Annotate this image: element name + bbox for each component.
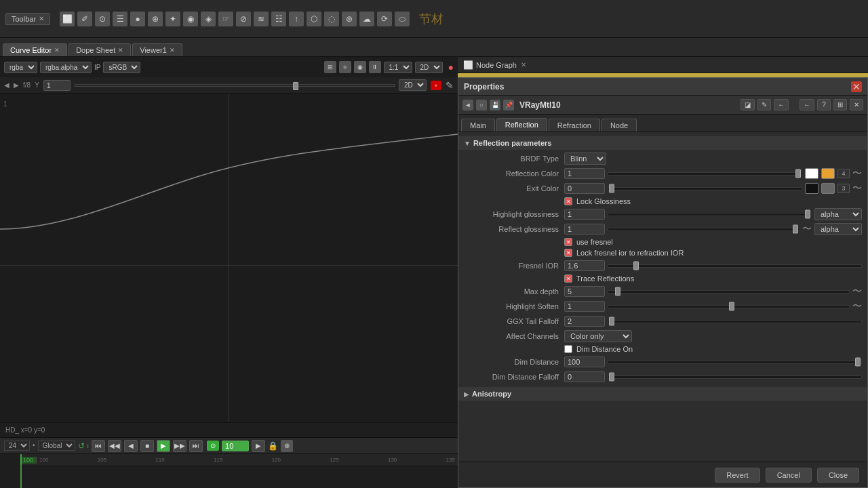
props-tool-help[interactable]: ? — [817, 99, 831, 110]
stop-btn[interactable]: ■ — [140, 440, 154, 452]
reflection-color-input[interactable] — [564, 168, 605, 179]
y-slider-track[interactable] — [75, 84, 395, 87]
toolbar-icon-18[interactable]: ☁ — [359, 12, 374, 26]
reflect-gloss-wave[interactable]: 〜 — [802, 223, 812, 235]
tab-main[interactable]: Main — [461, 119, 495, 131]
lock-fresnel-checkbox[interactable] — [564, 249, 572, 257]
reflect-gloss-alpha[interactable]: alpha — [814, 223, 862, 235]
props-tool-btn5[interactable]: ⊞ — [833, 99, 847, 110]
lock-glossiness-checkbox[interactable] — [564, 197, 572, 205]
props-tool-arrow[interactable]: ◄ — [462, 100, 473, 110]
toolbar-icon-10[interactable]: ☞ — [218, 12, 233, 26]
toolbar-icon-6[interactable]: ⊕ — [148, 12, 163, 26]
exit-color-wave[interactable]: 〜 — [852, 182, 862, 195]
vp-icon-4[interactable]: ⏸ — [369, 61, 381, 73]
ggx-tail-slider[interactable] — [608, 317, 862, 326]
exit-color-slider[interactable] — [608, 184, 802, 193]
props-tool-btn1[interactable]: ◪ — [741, 99, 755, 110]
record2-icon[interactable]: ⊕ — [281, 440, 293, 452]
toolbar-icon-2[interactable]: ✐ — [77, 12, 92, 26]
exit-color-swatch2[interactable] — [821, 183, 835, 194]
reflect-gloss-slider[interactable] — [608, 224, 800, 234]
reflection-color-slider[interactable] — [608, 169, 802, 178]
highlight-gloss-alpha[interactable]: alpha — [814, 208, 862, 220]
fresnel-ior-input[interactable] — [564, 260, 605, 271]
highlight-soften-slider[interactable] — [608, 302, 850, 311]
toolbar-icon-5[interactable]: ● — [130, 12, 145, 26]
reflect-gloss-handle[interactable] — [793, 225, 798, 234]
tab-viewer1[interactable]: Viewer1 ✕ — [132, 43, 182, 56]
fresnel-ior-slider[interactable] — [608, 261, 862, 270]
toolbar-tab[interactable]: Toolbar ✕ — [5, 13, 50, 25]
highlight-soften-handle[interactable] — [729, 302, 734, 311]
zoom-select[interactable]: 1:1 — [384, 62, 412, 73]
highlight-soften-input[interactable] — [564, 301, 605, 312]
toolbar-icon-12[interactable]: ≋ — [254, 12, 269, 26]
highlight-gloss-input[interactable] — [564, 209, 605, 220]
toolbar-close-icon[interactable]: ✕ — [39, 15, 44, 22]
cancel-button[interactable]: Cancel — [766, 468, 812, 483]
close-button[interactable]: Close — [817, 468, 859, 483]
highlight-soften-wave[interactable]: 〜 — [852, 300, 862, 312]
y-input[interactable] — [43, 80, 71, 91]
reflection-color-swatch2[interactable] — [821, 168, 835, 179]
props-tool-close2[interactable]: ✕ — [850, 99, 863, 110]
exit-color-swatch1[interactable] — [805, 183, 818, 194]
trace-reflections-checkbox[interactable] — [564, 274, 572, 283]
props-tool-save[interactable]: 💾 — [490, 100, 500, 110]
dim-distance-slider-handle[interactable] — [855, 358, 861, 367]
tab-dope-sheet-close[interactable]: ✕ — [118, 47, 123, 54]
channel-select[interactable]: rgba.alpha — [40, 62, 92, 73]
props-tool-btn2[interactable]: ✎ — [757, 99, 771, 110]
max-depth-slider[interactable] — [608, 287, 850, 296]
dim-distance-checkbox[interactable] — [564, 345, 572, 353]
prev-btn[interactable]: ◀ — [124, 440, 138, 452]
affect-channels-select[interactable]: Color only All channels Color+alpha — [564, 330, 632, 342]
max-depth-input[interactable] — [564, 286, 605, 297]
toolbar-icon-13[interactable]: ☷ — [271, 12, 286, 26]
toolbar-icon-11[interactable]: ⊘ — [236, 12, 251, 26]
toolbar-icon-7[interactable]: ✦ — [165, 12, 180, 26]
exit-color-input[interactable] — [564, 183, 605, 194]
dim-falloff-handle[interactable] — [609, 373, 614, 382]
tab-refraction[interactable]: Refraction — [549, 119, 600, 131]
node-graph-close[interactable]: ✕ — [521, 61, 526, 68]
global-select[interactable]: Global — [38, 441, 75, 451]
y-slider-handle[interactable] — [293, 82, 298, 90]
use-fresnel-checkbox[interactable] — [564, 238, 572, 246]
tab-dope-sheet[interactable]: Dope Sheet ✕ — [68, 43, 131, 56]
loop-btn[interactable]: ⊙ — [207, 441, 219, 451]
go-start-btn[interactable]: ⏮ — [92, 440, 105, 452]
tab-node[interactable]: Node — [601, 119, 637, 131]
fps-select[interactable]: 24 — [4, 441, 30, 451]
toolbar-icon-1[interactable]: ⬜ — [60, 12, 75, 26]
section-reflection-params[interactable]: ▼ Reflection parameters — [458, 136, 867, 150]
props-tool-btn4[interactable]: ← — [800, 99, 814, 110]
dim-distance-slider[interactable] — [608, 357, 862, 367]
tab-reflection[interactable]: Reflection — [496, 118, 547, 131]
highlight-gloss-slider[interactable] — [608, 209, 812, 219]
toolbar-icon-4[interactable]: ☰ — [113, 12, 127, 26]
tab-curve-editor-close[interactable]: ✕ — [54, 47, 60, 54]
colorspace-select[interactable]: sRGB — [103, 62, 140, 73]
2d-select[interactable]: 2D — [399, 79, 427, 91]
tab-curve-editor[interactable]: Curve Editor ✕ — [3, 43, 67, 56]
exit-color-handle[interactable] — [609, 184, 614, 193]
toolbar-icon-16[interactable]: ◌ — [324, 12, 339, 26]
mode-select[interactable]: 2D — [415, 62, 443, 73]
ggx-tail-handle[interactable] — [609, 317, 614, 326]
reset-icon[interactable]: ↺ — [78, 441, 85, 451]
toolbar-icon-9[interactable]: ◈ — [201, 12, 216, 26]
toolbar-icon-3[interactable]: ⊙ — [95, 12, 110, 26]
max-depth-wave[interactable]: 〜 — [852, 285, 862, 298]
props-tool-circle[interactable]: ○ — [476, 100, 487, 110]
frame-input-timeline[interactable] — [222, 441, 249, 451]
tab-viewer1-close[interactable]: ✕ — [170, 47, 175, 54]
reflection-color-handle[interactable] — [795, 169, 801, 178]
play-btn[interactable]: ▶ — [157, 440, 170, 452]
dim-distance-input[interactable] — [564, 357, 605, 367]
toolbar-icon-8[interactable]: ◉ — [183, 12, 198, 26]
prev-frame-btn[interactable]: ◀◀ — [108, 440, 121, 452]
toolbar-icon-20[interactable]: ⬭ — [395, 12, 410, 26]
toolbar-icon-14[interactable]: ↑ — [289, 12, 304, 26]
